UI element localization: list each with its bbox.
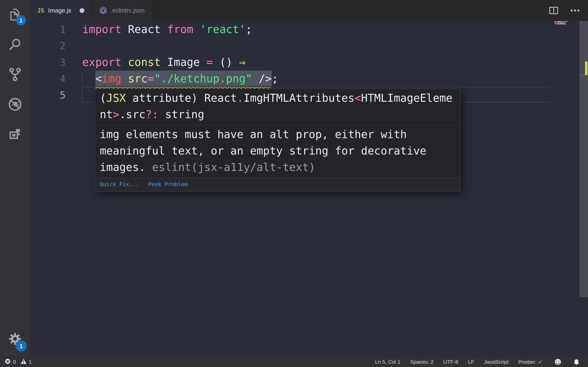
status-language[interactable]: JavaScript: [484, 359, 508, 365]
feedback-smiley-icon[interactable]: [554, 359, 562, 366]
signature-token: (: [100, 92, 106, 104]
quick-fix-link[interactable]: Quick Fix...: [100, 181, 139, 187]
code-token: const: [128, 56, 161, 68]
code-token: img: [102, 72, 121, 85]
hover-actions: Quick Fix... Peek Problem: [95, 178, 460, 191]
code-line-1: 1import React from 'react';: [30, 21, 588, 38]
code-token: (): [213, 56, 239, 68]
signature-token: .: [237, 92, 243, 104]
code-token: from: [167, 23, 193, 36]
javascript-file-icon: JS: [37, 7, 44, 14]
search-icon: [8, 37, 22, 53]
git-branch-icon: [8, 67, 22, 83]
signature-token: attribute) React: [126, 92, 237, 104]
code-token: ;: [245, 23, 252, 36]
signature-token: <: [355, 92, 361, 104]
tab-image-js[interactable]: JS Image.js: [30, 0, 92, 21]
activity-item-explorer[interactable]: 1: [0, 0, 30, 30]
line-number[interactable]: 4: [30, 70, 82, 87]
code-token: [252, 72, 259, 85]
activity-bar: 1: [0, 0, 30, 357]
status-eol[interactable]: LF: [468, 359, 474, 365]
peek-problem-link[interactable]: Peek Problem: [148, 181, 188, 187]
code-token: 'react': [200, 23, 245, 36]
code-token: ⇒: [239, 56, 245, 68]
activity-item-source-control[interactable]: [0, 60, 30, 90]
code-token: />: [259, 72, 272, 85]
code-token: [121, 72, 128, 85]
code-token: ;: [272, 72, 278, 85]
error-icon: [5, 358, 11, 366]
eslint-file-icon: [99, 7, 107, 14]
signature-token: ImgHTMLAttributes: [243, 92, 355, 104]
code-token: [193, 23, 200, 36]
status-bar: 0 1 Ln 5, Col 1Spaces: 2UTF-8LFJavaScrip…: [0, 357, 588, 367]
activity-item-extensions[interactable]: [0, 119, 30, 150]
tab-bar: JS Image.js .eslintrc.json: [30, 0, 588, 21]
status-encoding[interactable]: UTF-8: [443, 359, 458, 365]
code-token: =: [206, 56, 213, 68]
tab-eslintrc-json[interactable]: .eslintrc.json: [92, 0, 152, 21]
extensions-icon: [8, 127, 22, 142]
settings-badge: 1: [16, 341, 27, 352]
code-token: React: [121, 23, 167, 36]
editor-scrollbar[interactable]: [579, 21, 588, 297]
activity-item-settings[interactable]: 1: [0, 324, 30, 354]
line-content[interactable]: export const Image = () ⇒: [82, 54, 588, 70]
activity-item-search[interactable]: [0, 30, 30, 60]
line-number[interactable]: 2: [30, 38, 82, 54]
line-number[interactable]: 5: [30, 87, 82, 103]
signature-token: JSX: [106, 92, 126, 104]
notifications-bell-icon[interactable]: [573, 359, 580, 366]
signature-token: .src: [119, 108, 146, 121]
signature-token: ?:: [146, 108, 159, 121]
line-number[interactable]: 3: [30, 54, 82, 70]
minimap-line: [554, 23, 565, 23]
minimap-line: [555, 24, 566, 25]
warning-icon: [20, 358, 27, 366]
code-token: Image: [161, 56, 206, 68]
line-number[interactable]: 1: [30, 21, 82, 38]
status-right-items: Ln 5, Col 1Spaces: 2UTF-8LFJavaScriptPre…: [375, 359, 543, 365]
explorer-badge: 1: [16, 15, 26, 25]
code-line-3: 3export const Image = () ⇒: [30, 54, 588, 70]
debug-disabled-icon: [8, 97, 22, 112]
activity-item-debug[interactable]: [0, 90, 30, 119]
code-token: src: [128, 72, 147, 85]
code-token: [121, 56, 128, 68]
status-line-col[interactable]: Ln 5, Col 1: [375, 359, 400, 365]
diagnostic-rule: eslint(jsx-a11y/alt-text): [152, 161, 315, 174]
editor-group: JS Image.js .eslintrc.json: [30, 0, 588, 357]
overview-cursor-marker: [579, 75, 588, 75]
line-content[interactable]: import React from 'react';: [82, 21, 588, 38]
code-token: =: [147, 72, 154, 85]
warning-highlight-range: <img src="./ketchup.png" />: [95, 71, 272, 86]
hover-diagnostic-message: img elements must have an alt prop, eith…: [95, 125, 460, 178]
editor-actions: [549, 0, 588, 21]
minimap-line: [554, 21, 568, 22]
split-editor-icon[interactable]: [549, 7, 558, 14]
code-line-4: 4 <img src="./ketchup.png" />;: [30, 70, 588, 87]
warning-count: 1: [29, 359, 32, 365]
status-indentation[interactable]: Spaces: 2: [410, 359, 433, 365]
code-token: export: [82, 56, 121, 68]
more-actions-icon[interactable]: [571, 9, 579, 12]
code-line-2: 2: [30, 38, 588, 54]
overview-warning-marker: [585, 61, 588, 75]
tab-label: Image.js: [48, 7, 71, 14]
hover-tooltip: (JSX attribute) React.ImgHTMLAttributes<…: [95, 88, 460, 192]
code-editor[interactable]: 1import React from 'react';23export cons…: [30, 21, 588, 357]
line-content[interactable]: [82, 38, 588, 54]
signature-token: string: [159, 108, 204, 121]
problems-indicator[interactable]: 0 1: [5, 358, 32, 366]
minimap[interactable]: [550, 21, 579, 357]
line-content[interactable]: <img src="./ketchup.png" />;: [82, 70, 588, 87]
status-formatter[interactable]: Prettier: ✓: [518, 359, 543, 365]
workbench: 1: [0, 0, 588, 357]
error-count: 0: [13, 359, 16, 365]
code-token: import: [82, 23, 121, 36]
signature-token: >: [113, 108, 119, 121]
code-token: "./ketchup.png": [154, 72, 252, 85]
modified-indicator-dot[interactable]: [80, 8, 84, 13]
tab-label: .eslintrc.json: [111, 7, 145, 14]
